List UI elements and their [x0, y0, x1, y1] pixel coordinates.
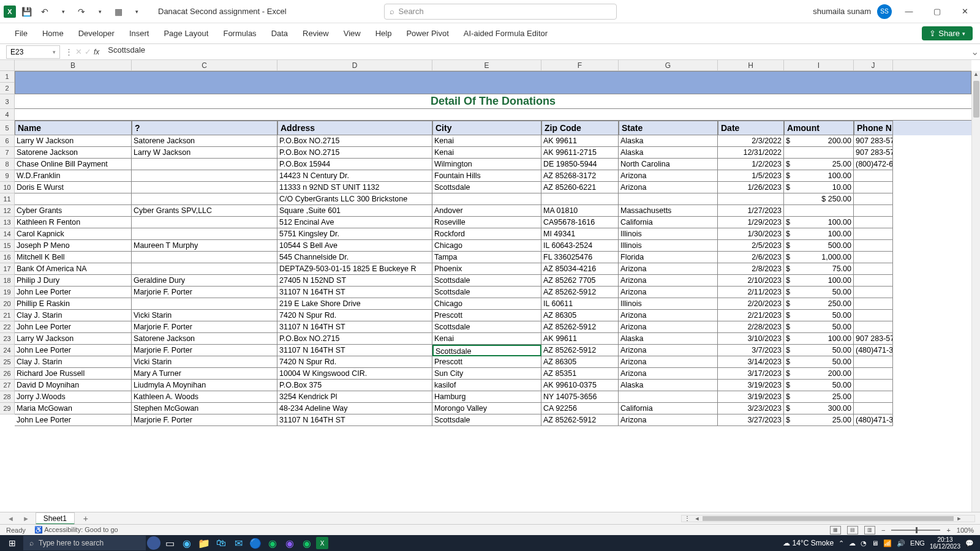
- cell[interactable]: Kathleen A. Woods: [132, 391, 277, 403]
- cell[interactable]: Massachusetts: [619, 205, 718, 217]
- cell[interactable]: [854, 356, 893, 368]
- cell[interactable]: 7420 N Spur Rd.: [277, 356, 432, 368]
- cell[interactable]: [854, 240, 893, 252]
- cell[interactable]: Square ,Suite 601: [277, 205, 432, 217]
- cell[interactable]: Arizona: [619, 310, 718, 321]
- weather-widget[interactable]: ☁ 14°C Smoke: [783, 539, 834, 547]
- cell[interactable]: [854, 368, 893, 380]
- col-header-H[interactable]: H: [718, 60, 784, 70]
- cell[interactable]: AZ 85262-5912: [541, 345, 619, 356]
- cell[interactable]: 2/8/2023: [718, 263, 784, 275]
- undo-dropdown-icon[interactable]: ▾: [55, 4, 71, 20]
- tab-home[interactable]: Home: [35, 25, 71, 42]
- cell[interactable]: 3/19/2023: [718, 380, 784, 391]
- row-header-3[interactable]: 3: [0, 94, 14, 109]
- cell[interactable]: 7420 N Spur Rd.: [277, 310, 432, 321]
- cell[interactable]: Arizona: [619, 356, 718, 368]
- cell[interactable]: Kathleen R Fenton: [15, 217, 132, 228]
- cell[interactable]: 2/21/2023: [718, 310, 784, 321]
- cell[interactable]: 1/29/2023: [718, 217, 784, 228]
- cell[interactable]: Hamburg: [432, 391, 541, 403]
- app-3-icon[interactable]: ◉: [282, 536, 298, 550]
- cell[interactable]: Carol Kapnick: [15, 228, 132, 240]
- cell[interactable]: Alaska: [619, 135, 718, 147]
- cell[interactable]: Prescott: [432, 310, 541, 321]
- cell[interactable]: $50.00: [784, 380, 854, 391]
- tab-formulas[interactable]: Formulas: [216, 25, 263, 42]
- cell[interactable]: $10.00: [784, 182, 854, 193]
- cell[interactable]: 11333 n 92ND ST UNIT 1132: [277, 182, 432, 193]
- normal-view-icon[interactable]: ▦: [830, 526, 841, 534]
- name-box[interactable]: E23 ▾: [6, 45, 60, 59]
- tab-review[interactable]: Review: [295, 25, 336, 42]
- row-header-24[interactable]: 24: [0, 345, 14, 356]
- undo-icon[interactable]: ↶: [37, 4, 53, 20]
- cell[interactable]: Satorene Jackson: [132, 333, 277, 345]
- store-icon[interactable]: 🛍: [213, 536, 229, 550]
- cell[interactable]: Richard Joe Russell: [15, 368, 132, 380]
- cell[interactable]: 3/7/2023: [718, 345, 784, 356]
- cell[interactable]: Bank Of America NA: [15, 263, 132, 275]
- cell[interactable]: [854, 287, 893, 298]
- col-header-J[interactable]: J: [854, 60, 893, 70]
- cell[interactable]: [854, 205, 893, 217]
- row-header-12[interactable]: 12: [0, 205, 14, 217]
- row-header-21[interactable]: 21: [0, 310, 14, 321]
- cell[interactable]: Andover: [432, 205, 541, 217]
- language-indicator[interactable]: ENG: [910, 539, 925, 547]
- cell[interactable]: Fountain Hills: [432, 170, 541, 182]
- mail-icon[interactable]: ✉: [230, 536, 246, 550]
- tab-ai-aided-formula-editor[interactable]: AI-aided Formula Editor: [456, 25, 555, 42]
- cell[interactable]: CA95678-1616: [541, 217, 619, 228]
- cell[interactable]: [854, 310, 893, 321]
- cell[interactable]: P.O.Box 15944: [277, 159, 432, 170]
- cell[interactable]: Doris E Wurst: [15, 182, 132, 193]
- cell[interactable]: AZ 85262-5912: [541, 287, 619, 298]
- cell[interactable]: 10544 S Bell Ave: [277, 240, 432, 252]
- cell[interactable]: AK 99611: [541, 333, 619, 345]
- notifications-icon[interactable]: 💬: [965, 539, 974, 547]
- scroll-up-icon[interactable]: ▲: [972, 71, 980, 80]
- add-sheet-icon[interactable]: +: [78, 514, 93, 523]
- cell[interactable]: [854, 170, 893, 182]
- cell[interactable]: AZ 86305: [541, 310, 619, 321]
- taskbar-search[interactable]: ⌕ Type here to search: [23, 536, 146, 550]
- cell[interactable]: [619, 391, 718, 403]
- cell[interactable]: [854, 298, 893, 310]
- cell[interactable]: [854, 217, 893, 228]
- row-header-10[interactable]: 10: [0, 182, 14, 193]
- row-header-9[interactable]: 9: [0, 170, 14, 182]
- cell[interactable]: [784, 147, 854, 159]
- row-header-6[interactable]: 6: [0, 135, 14, 147]
- clock[interactable]: 20:13 16/12/2023: [930, 536, 960, 550]
- cell[interactable]: 1/30/2023: [718, 228, 784, 240]
- cell[interactable]: Larry W Jackson: [15, 333, 132, 345]
- cell[interactable]: 2/6/2023: [718, 252, 784, 263]
- cell[interactable]: AZ 85262 7705: [541, 275, 619, 287]
- cell[interactable]: Arizona: [619, 287, 718, 298]
- cell[interactable]: $100.00: [784, 228, 854, 240]
- cell[interactable]: $50.00: [784, 356, 854, 368]
- cell[interactable]: $75.00: [784, 263, 854, 275]
- row-header-27[interactable]: 27: [0, 380, 14, 391]
- cell[interactable]: Geraldine Dury: [132, 275, 277, 287]
- cell[interactable]: FL 336025476: [541, 252, 619, 263]
- fx-icon[interactable]: fx: [94, 48, 99, 56]
- row-header-14[interactable]: 14: [0, 228, 14, 240]
- cell[interactable]: Prescott: [432, 356, 541, 368]
- cell[interactable]: P.O.Box 375: [277, 380, 432, 391]
- scroll-left-icon[interactable]: ◄: [693, 515, 701, 522]
- col-header-G[interactable]: G: [619, 60, 718, 70]
- tab-developer[interactable]: Developer: [71, 25, 122, 42]
- cell[interactable]: Kenai: [432, 147, 541, 159]
- row-header-17[interactable]: 17: [0, 263, 14, 275]
- cell[interactable]: 2/11/2023: [718, 287, 784, 298]
- cell[interactable]: Scottsdale: [432, 287, 541, 298]
- qat-more-icon[interactable]: ▾: [129, 4, 145, 20]
- app-1-icon[interactable]: [147, 536, 160, 550]
- cell[interactable]: Marjorie F. Porter: [132, 287, 277, 298]
- scroll-right-icon[interactable]: ►: [955, 515, 963, 522]
- cell[interactable]: $100.00: [784, 217, 854, 228]
- cell[interactable]: 545 Channelside Dr.: [277, 252, 432, 263]
- cell[interactable]: Wilmington: [432, 159, 541, 170]
